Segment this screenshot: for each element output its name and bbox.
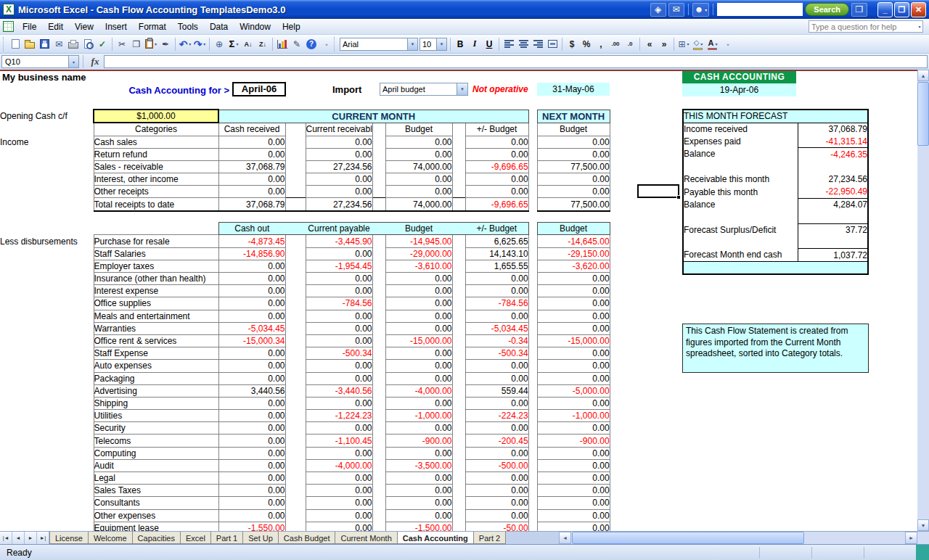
next-month-header[interactable]: NEXT MONTH <box>537 110 610 123</box>
spacer[interactable] <box>285 372 306 384</box>
value-cell[interactable]: 0.00 <box>465 397 528 409</box>
value-cell[interactable]: 0.00 <box>306 173 372 186</box>
spacer[interactable] <box>372 485 385 497</box>
gap[interactable] <box>528 285 537 297</box>
value-cell[interactable]: 0.00 <box>218 273 285 285</box>
gap[interactable] <box>528 173 537 186</box>
column-header[interactable]: +/- Budget <box>465 123 528 136</box>
spacer[interactable] <box>372 123 385 136</box>
email-button[interactable]: ✉ <box>52 37 66 52</box>
business-name-cell[interactable]: My business name <box>2 72 86 83</box>
gap[interactable] <box>528 148 537 160</box>
menu-insert[interactable]: Insert <box>99 20 133 34</box>
spacer[interactable] <box>452 160 465 173</box>
category-cell[interactable]: Packaging <box>94 372 218 384</box>
column-header[interactable]: Categories <box>94 123 218 136</box>
value-cell[interactable]: 0.00 <box>306 422 372 435</box>
spacer[interactable] <box>452 472 465 485</box>
value-cell[interactable]: 0.00 <box>306 522 372 531</box>
borders-button[interactable]: ⊞▾ <box>676 37 691 52</box>
value-cell[interactable]: -14,856.90 <box>218 247 285 260</box>
value-cell[interactable]: -3,445.90 <box>306 235 372 247</box>
section-label[interactable] <box>0 410 94 422</box>
value-cell[interactable]: 0.00 <box>218 459 285 472</box>
value-cell[interactable]: 14,143.10 <box>465 247 528 260</box>
tab-license[interactable]: License <box>49 532 89 544</box>
gap[interactable] <box>528 447 537 459</box>
scroll-left-button[interactable]: ◄ <box>559 532 571 544</box>
value-cell[interactable]: -784.56 <box>306 297 372 310</box>
gap[interactable] <box>528 459 537 472</box>
new-button[interactable] <box>8 37 22 52</box>
value-cell[interactable]: 0.00 <box>306 285 372 297</box>
current-month-header[interactable]: CURRENT MONTH <box>218 110 528 123</box>
category-cell[interactable]: Security <box>94 422 218 435</box>
italic-button[interactable]: I <box>467 37 482 52</box>
value-cell[interactable]: 77,500.00 <box>537 160 610 173</box>
category-cell[interactable]: Return refund <box>94 148 218 160</box>
font-name-select[interactable]: Arial ▼ <box>340 38 418 51</box>
gap[interactable] <box>528 322 537 334</box>
percent-style-button[interactable]: % <box>579 37 594 52</box>
spacer[interactable] <box>452 297 465 310</box>
value-cell[interactable]: -1,000.00 <box>537 410 610 422</box>
value-cell[interactable]: 0.00 <box>306 186 372 198</box>
opening-cash-label[interactable]: Opening Cash c/f <box>0 110 94 123</box>
section-label[interactable]: Less disbursements <box>0 235 94 247</box>
spacer[interactable] <box>452 384 465 397</box>
spacer[interactable] <box>285 123 306 136</box>
category-cell[interactable]: Auto expenses <box>94 360 218 372</box>
undo-button[interactable]: ↶▾ <box>178 37 192 52</box>
value-cell[interactable]: 0.00 <box>537 148 610 160</box>
spacer[interactable] <box>372 148 385 160</box>
value-cell[interactable]: 0.00 <box>465 273 528 285</box>
spacer[interactable] <box>452 422 465 435</box>
spacer[interactable] <box>452 173 465 186</box>
value-cell[interactable]: 0.00 <box>537 310 610 322</box>
value-cell[interactable]: 0.00 <box>465 360 528 372</box>
section-label[interactable] <box>0 497 94 509</box>
spacer[interactable] <box>372 186 385 198</box>
value-cell[interactable]: 0.00 <box>218 372 285 384</box>
value-cell[interactable]: -9,696.65 <box>465 160 528 173</box>
menu-window[interactable]: Window <box>234 20 277 34</box>
section-label[interactable] <box>0 485 94 497</box>
menu-help[interactable]: Help <box>277 20 306 34</box>
cell[interactable] <box>0 223 94 235</box>
spacer[interactable] <box>285 310 306 322</box>
value-cell[interactable]: 0.00 <box>218 297 285 310</box>
section-label[interactable] <box>0 509 94 522</box>
spacer[interactable] <box>372 322 385 334</box>
spacer[interactable] <box>452 410 465 422</box>
category-cell[interactable]: Staff Salaries <box>94 247 218 260</box>
value-cell[interactable]: 0.00 <box>537 422 610 435</box>
vertical-scrollbar[interactable]: ▲ ▼ <box>917 70 929 531</box>
forecast-value[interactable] <box>798 236 868 249</box>
section-label[interactable] <box>0 310 94 322</box>
value-cell[interactable]: -1,954.45 <box>306 260 372 272</box>
category-cell[interactable]: Consultants <box>94 497 218 509</box>
category-cell[interactable]: Total receipts to date <box>94 198 218 211</box>
value-cell[interactable]: 0.00 <box>537 509 610 522</box>
underline-button[interactable]: U <box>482 37 496 52</box>
open-button[interactable] <box>22 37 37 52</box>
note-box[interactable]: This Cash Flow Statement is created from… <box>682 324 869 373</box>
gap[interactable] <box>528 123 537 136</box>
spacer[interactable] <box>285 459 306 472</box>
gap[interactable] <box>528 372 537 384</box>
spacer[interactable] <box>372 273 385 285</box>
print-preview-button[interactable] <box>81 37 95 52</box>
spacer[interactable] <box>285 410 306 422</box>
spacer[interactable] <box>452 334 465 347</box>
category-cell[interactable]: Other receipts <box>94 186 218 198</box>
help-input[interactable] <box>809 22 917 31</box>
column-header[interactable]: Cash out <box>218 223 285 235</box>
forecast-value[interactable]: 27,234.56 <box>798 173 868 186</box>
cash-accounting-for-label[interactable]: Cash Accounting for > <box>93 85 229 96</box>
decrease-decimal-button[interactable]: .0 <box>623 37 637 52</box>
gap[interactable] <box>528 273 537 285</box>
category-cell[interactable]: Advertising <box>94 384 218 397</box>
gap[interactable] <box>528 334 537 347</box>
value-cell[interactable]: 0.00 <box>385 360 452 372</box>
value-cell[interactable]: -4,000.00 <box>306 459 372 472</box>
